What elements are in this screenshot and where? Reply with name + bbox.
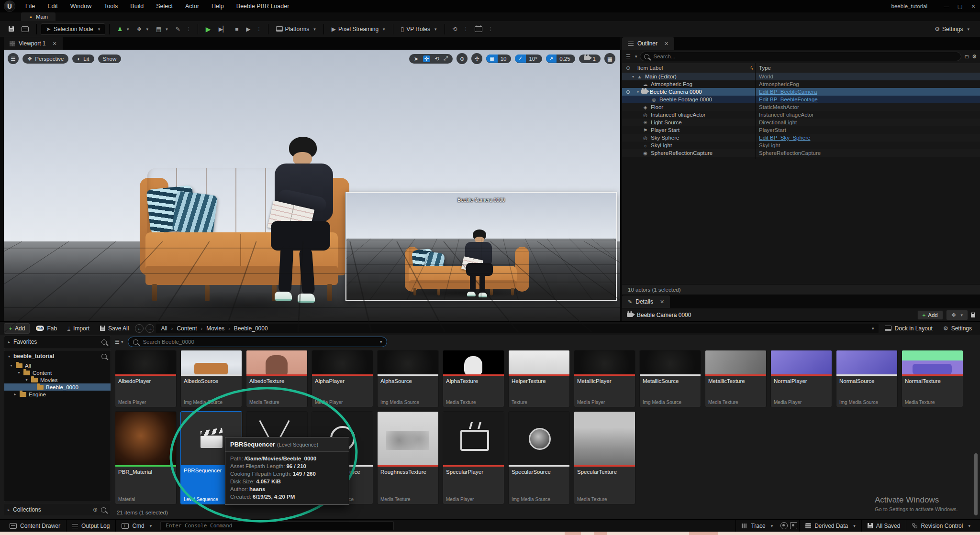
menu-tools[interactable]: Tools <box>98 0 124 12</box>
collections-row[interactable]: ▸Collections ⊕ <box>4 504 110 515</box>
forward-button[interactable]: → <box>145 324 154 333</box>
skip-button[interactable]: ▶▏ <box>215 24 231 34</box>
asset-card[interactable]: HelperTextureTexture <box>508 350 570 407</box>
cb-fab-button[interactable]: fabFab <box>32 324 61 333</box>
tree-content[interactable]: ▾Content <box>4 369 111 376</box>
editor-modes-button[interactable]: ✎ <box>172 24 184 34</box>
media-capture-button[interactable] <box>471 24 486 34</box>
details-close-icon[interactable]: ✕ <box>660 299 664 305</box>
stop-button[interactable]: ■ <box>231 24 242 34</box>
outliner-row-skylight[interactable]: ☼ SkyLightSkyLight <box>622 142 980 149</box>
output-log-button[interactable]: Output Log <box>67 520 115 532</box>
source-control-button[interactable] <box>18 24 33 34</box>
asset-card[interactable]: AlbedoTextureMedia Texture <box>246 350 308 407</box>
search-icon[interactable] <box>101 354 107 359</box>
tab-main-level[interactable]: ▲ Main <box>21 12 56 21</box>
insights-buttons[interactable] <box>779 520 799 532</box>
outliner-column-header[interactable]: ⊙ Item Label ϟ Type <box>622 63 980 73</box>
outliner-searchbox[interactable] <box>640 52 961 61</box>
breadcrumb[interactable]: All› Content› Movies› Beeble_0000 ▾ <box>156 324 879 333</box>
visibility-eye-icon[interactable]: ⊙ <box>626 89 630 95</box>
asset-card[interactable]: NormalPlayerMedia Player <box>770 350 832 407</box>
add-actor-dropdown[interactable]: ♟▾ <box>113 24 133 34</box>
outliner-filter-icon[interactable]: ☰ <box>626 54 630 60</box>
scale-snap-control[interactable]: ↗0.25 <box>546 55 575 63</box>
save-level-button[interactable] <box>5 24 18 33</box>
viewport-close-icon[interactable]: ✕ <box>52 41 56 47</box>
minimize-button[interactable]: — <box>940 3 953 10</box>
outliner-row-foliage[interactable]: ◎ InstancedFoliageActorInstancedFoliageA… <box>622 111 980 119</box>
move-tool-icon[interactable]: ✛ <box>423 55 431 62</box>
trace-dropdown[interactable]: Trace▾ <box>736 520 779 532</box>
outliner-settings-icon[interactable]: ⚙ <box>972 54 976 60</box>
select-tool-icon[interactable]: ➤ <box>414 55 419 62</box>
viewport-layout-button[interactable]: ▦ <box>604 53 615 64</box>
content-drawer-button[interactable]: Content Drawer <box>4 520 66 532</box>
asset-card[interactable]: SpecularSourceImg Media Source <box>508 411 570 504</box>
play-options-icon[interactable]: ⋮ <box>255 26 264 32</box>
menu-build[interactable]: Build <box>124 0 150 12</box>
tree-beeble-0000[interactable]: Beeble_0000 <box>4 383 111 391</box>
live-link-button[interactable]: ⟲ <box>449 24 461 34</box>
dock-in-layout-button[interactable]: Dock in Layout <box>880 324 936 333</box>
console-command-input[interactable] <box>165 522 390 529</box>
search-icon[interactable] <box>101 507 106 513</box>
tree-engine[interactable]: ▸Engine <box>4 391 111 398</box>
menu-edit[interactable]: Edit <box>41 0 64 12</box>
breadcrumb-all[interactable]: All <box>161 325 167 332</box>
cinematics-dropdown[interactable]: ▤▾ <box>152 24 172 34</box>
outliner-row-light-source[interactable]: ✳ Light SourceDirectionalLight <box>622 119 980 126</box>
favorites-row[interactable]: ▸Favorites <box>4 336 111 348</box>
details-component-dropdown[interactable]: ❖▾ <box>946 310 968 320</box>
rotate-tool-icon[interactable]: ⟲ <box>434 55 439 62</box>
lit-dropdown[interactable]: ◐Lit <box>72 55 94 63</box>
transform-tools-group[interactable]: ➤ ✛ ⟲ ⤢ <box>409 54 453 64</box>
tab-outliner[interactable]: Outliner ✕ <box>622 37 674 50</box>
toolbar-settings-dropdown[interactable]: ⚙Settings▾ <box>931 24 973 34</box>
asset-card[interactable]: SpecularTextureMedia Texture <box>574 411 635 504</box>
perspective-dropdown[interactable]: ❖Perspective <box>22 54 68 64</box>
outliner-row-beeble-camera[interactable]: ⊙ ▾ Beeble Camera 0000Edit BP_BeebleCame… <box>622 88 980 96</box>
source-root-row[interactable]: ▾beeble_tutorial <box>4 350 111 362</box>
asset-card[interactable]: MetallicSourceImg Media Source <box>639 350 701 407</box>
derived-data-dropdown[interactable]: Derived Data▾ <box>800 520 861 532</box>
cb-scrollbar[interactable] <box>974 453 978 515</box>
asset-card[interactable]: MetallicTextureMedia Texture <box>705 350 767 407</box>
maximize-button[interactable]: ▢ <box>953 3 967 10</box>
viewport-menu-button[interactable]: ☰ <box>8 53 19 64</box>
cb-import-button[interactable]: ↓Import <box>63 324 94 333</box>
asset-card[interactable]: AlphaTextureMedia Texture <box>443 350 504 407</box>
menu-select[interactable]: Select <box>150 0 179 12</box>
menu-window[interactable]: Window <box>64 0 98 12</box>
outliner-row-player-start[interactable]: ⚑ Player StartPlayerStart <box>622 126 980 134</box>
media-options-icon[interactable]: ⋮ <box>486 26 496 32</box>
outliner-row-atmospheric-fog[interactable]: ☁ Atmospheric FogAtmosphericFog <box>622 80 980 88</box>
outliner-row-sky-sphere[interactable]: ◎ Sky SphereEdit BP_Sky_Sphere <box>622 134 980 142</box>
cb-add-button[interactable]: +Add <box>4 323 30 334</box>
edit-blueprint-link[interactable]: Edit BP_Sky_Sphere <box>759 135 810 141</box>
toolbar-overflow-icon[interactable]: ⋮ <box>184 26 194 32</box>
outliner-close-icon[interactable]: ✕ <box>664 41 668 47</box>
menu-beeble-pbr-loader[interactable]: Beeble PBR Loader <box>230 0 296 12</box>
all-saved-button[interactable]: All Saved <box>862 520 906 532</box>
world-local-toggle[interactable]: ⊕ <box>457 53 468 64</box>
show-dropdown[interactable]: Show <box>98 55 122 63</box>
cmd-dropdown[interactable]: Cmd▾ <box>116 520 157 532</box>
cb-save-all-button[interactable]: Save All <box>96 324 133 333</box>
live-link-options-icon[interactable]: ⋮ <box>461 26 471 32</box>
cb-search-input[interactable] <box>142 338 374 345</box>
tab-details[interactable]: ✎ Details ✕ <box>622 295 670 308</box>
play-button[interactable]: ▶ <box>202 23 215 35</box>
breadcrumb-chevron-icon[interactable]: ▾ <box>872 326 874 331</box>
asset-card[interactable]: NormalSourceImg Media Source <box>836 350 898 407</box>
add-collection-icon[interactable]: ⊕ <box>93 506 98 513</box>
tree-movies[interactable]: ▾Movies <box>4 376 111 383</box>
outliner-row-sphere-reflection[interactable]: ◉ SphereReflectionCaptureSphereReflectio… <box>622 149 980 157</box>
back-button[interactable]: ← <box>135 324 144 333</box>
scale-tool-icon[interactable]: ⤢ <box>444 55 448 62</box>
menu-file[interactable]: File <box>19 0 41 12</box>
asset-card[interactable]: MetallicPlayerMedia Player <box>574 350 635 407</box>
vp-roles-dropdown[interactable]: ▯VP Roles▾ <box>397 24 441 34</box>
lock-icon[interactable] <box>971 314 975 317</box>
camera-speed-control[interactable]: 1 <box>579 55 601 63</box>
